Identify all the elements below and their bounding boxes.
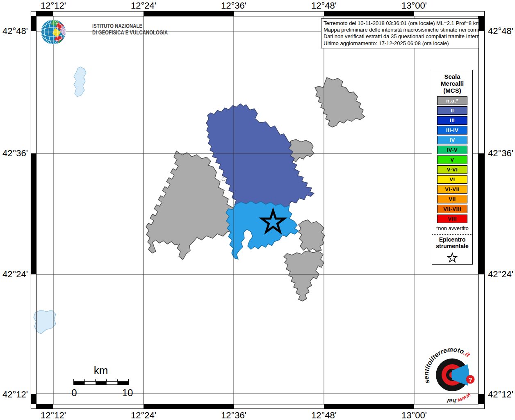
lon-label-bottom: 12°24' — [131, 410, 156, 420]
legend-epicenter-line: Epicentro — [432, 236, 472, 243]
legend-swatch-label: n.a.* — [446, 98, 458, 104]
lake-shape-southwest — [34, 310, 56, 334]
event-info-line: Ultimo aggiornamento: 17-12-2025 06:08 (… — [324, 40, 476, 47]
lat-label-right: 42°24' — [488, 269, 513, 280]
legend-swatch-viii: VIII — [437, 215, 467, 223]
legend-swatch-vi-vii: VI-VII — [437, 185, 467, 194]
legend-swatch-iv: IV — [437, 136, 467, 144]
legend-epicenter-star-icon — [446, 252, 458, 264]
legend-swatch-v-vi: V-VI — [437, 165, 467, 174]
legend-swatch-label: VII — [449, 196, 456, 202]
municipality-shape-gray-southeast-upper — [299, 220, 325, 251]
watermark-text-hai: hai — [446, 397, 456, 404]
event-info-box: Terremoto del 10-11-2018 03:36:01 (ora l… — [321, 18, 479, 48]
haisentito-logo: ? sentitoilterremoto.it www.hai — [423, 346, 475, 404]
ingv-wordmark-line2: DI GEOFISICA E VULCANOLOGIA — [92, 29, 168, 36]
lat-label-right: 42°12' — [488, 389, 513, 400]
legend-epicenter-label: Epicentro strumentale — [432, 236, 472, 249]
legend-swatch-vii-viii: VII-VIII — [437, 205, 467, 213]
lat-label-right: 42°36' — [488, 148, 513, 159]
lat-label-left: 42°24' — [0, 269, 28, 280]
scale-bar — [74, 379, 128, 385]
legend-title: Scala Mercalli (MCS) — [432, 73, 472, 94]
ingv-logo-globe — [41, 20, 66, 45]
lon-label-top: 12°36' — [221, 0, 246, 11]
event-info-line: Mappa preliminare delle intensità macros… — [324, 27, 476, 33]
lon-label-bottom: 13°00' — [401, 410, 427, 420]
lat-label-left: 42°12' — [0, 389, 28, 400]
legend-swatch-na: n.a.* — [437, 96, 467, 105]
lon-label-top: 13°00' — [401, 0, 427, 11]
question-mark: ? — [468, 376, 472, 383]
municipality-layer — [34, 67, 365, 334]
legend-swatch-iv-v: IV-V — [437, 146, 467, 154]
municipality-shape-gray-southeast-lower — [284, 251, 324, 301]
lon-label-bottom: 12°36' — [221, 410, 246, 420]
event-info-line: Dati non verificati estratti da 35 quest… — [324, 33, 476, 40]
legend-swatch-label: VI-VII — [445, 186, 460, 192]
legend-swatch-v: V — [437, 155, 467, 164]
mercalli-legend: Scala Mercalli (MCS) n.a.* II III III-IV… — [432, 70, 473, 265]
legend-divider — [432, 234, 472, 235]
legend-epicenter-line: strumentale — [432, 243, 472, 249]
legend-swatch-label: IV — [449, 137, 455, 143]
municipality-shape-intensity-iv — [226, 201, 299, 259]
legend-footnote: *non avvertito — [432, 225, 472, 231]
ingv-macroseismic-map: ? sentitoilterremoto.it www.hai 12°12' 1… — [0, 0, 515, 420]
legend-swatch-iii-iv: III-IV — [437, 126, 467, 135]
lat-label-right: 42°48' — [488, 26, 513, 37]
lon-label-bottom: 12°12' — [41, 410, 66, 420]
lon-label-top: 12°48' — [311, 0, 337, 11]
legend-swatch-ii: II — [437, 106, 467, 115]
legend-swatch-label: VII-VIII — [443, 206, 461, 212]
legend-title-line: (MCS) — [432, 87, 472, 94]
enclave-dot — [222, 178, 225, 181]
scale-bar-unit: km — [94, 364, 108, 377]
legend-swatch-label: VIII — [448, 216, 457, 222]
legend-swatch-iii: III — [437, 116, 467, 125]
lat-label-left: 42°36' — [0, 148, 28, 159]
scale-bar-start: 0 — [71, 387, 77, 399]
legend-swatch-label: II — [451, 107, 454, 114]
lat-label-left: 42°48' — [0, 26, 28, 37]
legend-swatch-label: III-IV — [446, 127, 458, 133]
legend-swatch-label: V — [450, 157, 454, 163]
legend-swatch-label: III — [450, 117, 455, 123]
scale-bar-end: 10 — [122, 387, 133, 399]
lon-label-top: 12°12' — [41, 0, 66, 11]
legend-swatch-vii: VII — [437, 195, 467, 203]
legend-swatch-label: VI — [449, 176, 455, 183]
lake-shape-northwest — [74, 67, 86, 97]
legend-title-line: Mercalli — [432, 80, 472, 87]
event-info-line: Terremoto del 10-11-2018 03:36:01 (ora l… — [324, 20, 476, 27]
legend-swatch-label: IV-V — [447, 147, 458, 153]
ingv-wordmark: ISTITUTO NAZIONALE DI GEOFISICA E VULCAN… — [92, 23, 168, 36]
ingv-wordmark-line1: ISTITUTO NAZIONALE — [92, 23, 168, 29]
watermark-text-www: www. — [456, 392, 472, 404]
municipality-shape-gray-northeast — [315, 78, 365, 127]
lon-label-bottom: 12°48' — [311, 410, 337, 420]
legend-title-line: Scala — [432, 73, 472, 80]
legend-swatch-vi: VI — [437, 175, 467, 184]
legend-swatch-label: V-VI — [447, 167, 458, 173]
lon-label-top: 12°24' — [131, 0, 156, 11]
